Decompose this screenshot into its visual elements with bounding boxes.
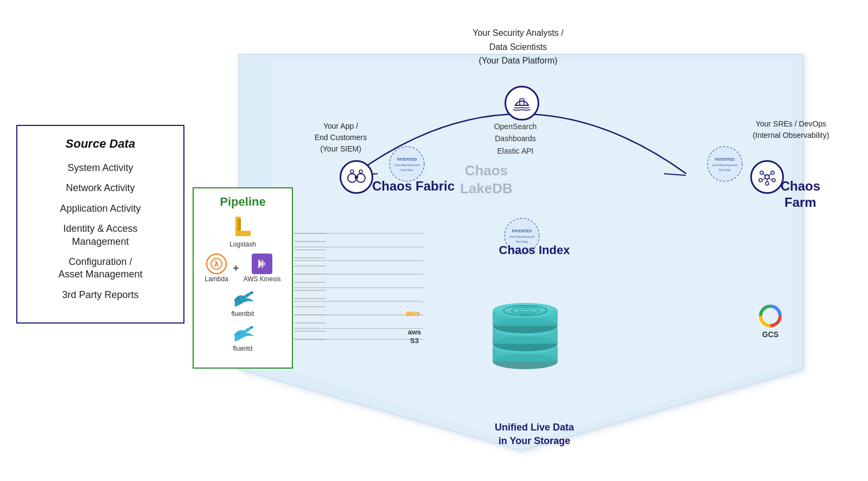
patented-badge-left: PATENTED Auto Manufactured Raw Data	[388, 145, 425, 182]
fluentd-logo: fluentd	[199, 323, 286, 352]
aws-s3-icon: aws awsS3	[400, 304, 429, 345]
svg-text:Raw Data: Raw Data	[401, 168, 413, 172]
gcs-svg	[758, 304, 782, 328]
lambda-label: Lambda	[205, 275, 228, 283]
opensearch-text: OpenSearchDashboardsElastic API	[467, 121, 564, 157]
svg-line-53	[762, 178, 765, 180]
source-data-item-3: Application Activity	[25, 202, 175, 215]
source-data-item-6: 3rd Party Reports	[25, 289, 175, 301]
svg-point-50	[765, 182, 769, 185]
pipeline-title: Pipeline	[199, 195, 286, 209]
gcs-label: GCS	[762, 330, 778, 339]
svg-marker-34	[261, 259, 266, 269]
chaos-lakedb-label: ChaosLakeDB	[460, 162, 513, 197]
aws-s3-svg: aws	[400, 304, 429, 326]
svg-point-47	[771, 171, 774, 174]
svg-text:aws: aws	[406, 309, 420, 318]
source-data-item-4: Identity & AccessManagement	[25, 223, 175, 248]
svg-point-48	[759, 179, 762, 182]
svg-line-54	[769, 178, 772, 180]
kinesis-svg	[255, 257, 269, 271]
svg-point-36	[250, 326, 253, 329]
fluentbit-icon	[230, 288, 256, 309]
plus-sign: +	[233, 262, 239, 275]
chaos-farm-label: ChaosFarm	[781, 178, 820, 211]
lambda-icon: λ	[206, 254, 227, 274]
svg-point-42	[359, 170, 362, 173]
svg-text:Auto Manufactured: Auto Manufactured	[509, 235, 534, 238]
source-data-item-2: Network Activity	[25, 182, 175, 194]
svg-text:λ: λ	[214, 260, 219, 268]
source-data-item-5: Configuration /Asset Management	[25, 256, 175, 281]
source-data-title: Source Data	[25, 137, 175, 151]
patented-badge-right: PATENTED Auto Manufactured Raw Data	[706, 145, 743, 182]
binoculars-icon	[347, 169, 366, 185]
diagram-container: Source Data System Activity Network Acti…	[0, 0, 868, 481]
svg-point-45	[765, 175, 769, 179]
svg-rect-37	[520, 99, 524, 105]
svg-text:Auto Manufactured: Auto Manufactured	[712, 163, 737, 167]
fluentd-icon	[230, 323, 256, 344]
kinesis-label: AWS Kinesis	[244, 275, 281, 283]
storage-cylinders	[460, 265, 590, 374]
svg-point-41	[350, 170, 354, 173]
svg-point-35	[250, 292, 253, 294]
top-label: Your Security Analysts /Data Scientists(…	[434, 26, 602, 68]
pipeline-box: Pipeline Logstash λ Lambda	[193, 187, 293, 369]
source-data-box: Source Data System Activity Network Acti…	[16, 125, 184, 324]
svg-point-46	[760, 171, 763, 174]
aws-s3-label: awsS3	[408, 328, 422, 345]
logstash-icon	[233, 216, 253, 239]
svg-line-26	[664, 174, 686, 175]
left-arch-circle-icon	[340, 160, 373, 194]
patented-badge-right-svg: PATENTED Auto Manufactured Raw Data	[706, 145, 743, 182]
network-icon	[757, 167, 777, 187]
svg-point-49	[772, 179, 775, 182]
svg-line-51	[763, 174, 765, 176]
lambda-kinesis-row: λ Lambda + AWS Kinesis	[199, 254, 286, 283]
svg-text:Auto Manufactured: Auto Manufactured	[394, 163, 419, 167]
gcs-icon: GCS	[758, 304, 782, 339]
svg-text:PATENTED: PATENTED	[715, 157, 735, 161]
unified-label: Unified Live Datain Your Storage	[445, 421, 624, 447]
svg-rect-40	[355, 176, 358, 179]
fluentd-label: fluentd	[233, 345, 252, 352]
logstash-label: Logstash	[229, 240, 256, 248]
svg-text:Raw Data: Raw Data	[719, 168, 731, 172]
svg-text:PATENTED: PATENTED	[397, 157, 417, 161]
fluentbit-label: fluentbit	[231, 310, 254, 318]
lambda-svg: λ	[210, 258, 222, 270]
top-circle-icon	[505, 86, 539, 121]
logstash-logo: Logstash	[199, 216, 286, 248]
patented-badge-left-svg: PATENTED Auto Manufactured Raw Data	[388, 145, 425, 182]
right-arch-circle-icon	[750, 160, 784, 194]
svg-line-52	[769, 174, 771, 176]
kinesis-icon	[252, 254, 272, 274]
svg-rect-29	[235, 231, 251, 236]
chaos-index-label: Chaos Index	[467, 243, 602, 257]
source-data-item-1: System Activity	[25, 162, 175, 174]
svg-text:PATENTED: PATENTED	[512, 229, 532, 233]
right-outer-label: Your SREs / DevOps(Internal Observabilit…	[737, 118, 845, 141]
left-outer-label: Your App /End Customers(Your SIEM)	[297, 121, 384, 155]
fluentbit-logo: fluentbit	[199, 288, 286, 318]
ship-icon	[512, 93, 532, 113]
svg-rect-30	[238, 219, 241, 231]
chaos-fabric-label: Chaos Fabric	[372, 178, 455, 194]
